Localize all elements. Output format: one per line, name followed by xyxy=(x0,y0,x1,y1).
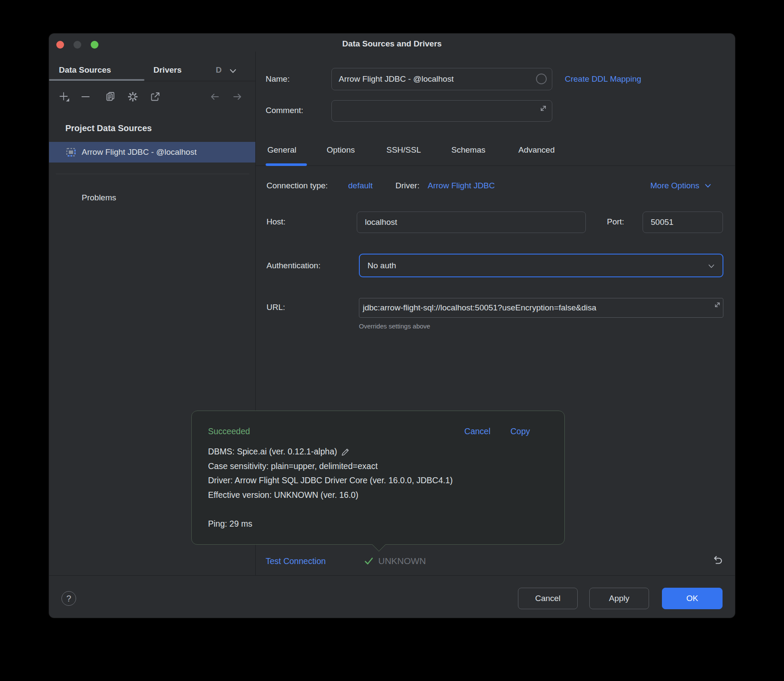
tab-overflow-truncated[interactable]: D xyxy=(216,61,222,79)
tab-data-sources[interactable]: Data Sources xyxy=(59,61,111,79)
back-arrow-icon[interactable] xyxy=(209,91,220,102)
popup-line-driver: Driver: Arrow Flight SQL JDBC Driver Cor… xyxy=(208,473,552,488)
url-hint-text: Overrides settings above xyxy=(359,319,430,333)
tab-options[interactable]: Options xyxy=(327,141,355,160)
popup-status-title: Succeeded xyxy=(208,422,250,441)
help-button[interactable]: ? xyxy=(61,591,76,606)
name-input[interactable]: Arrow Flight JDBC - @localhost xyxy=(331,68,552,90)
name-label: Name: xyxy=(266,70,290,89)
url-value: jdbc:arrow-flight-sql://localhost:50051?… xyxy=(363,303,596,313)
duplicate-icon[interactable] xyxy=(105,91,116,102)
popup-line-effective-version: Effective version: UNKNOWN (ver. 16.0) xyxy=(208,488,552,503)
popup-cancel-link[interactable]: Cancel xyxy=(464,422,490,441)
success-checkmark-icon xyxy=(363,555,374,567)
url-label: URL: xyxy=(266,298,285,317)
popup-line-dbms: DBMS: Spice.ai (ver. 0.12.1-alpha) xyxy=(208,445,552,459)
create-ddl-mapping-link[interactable]: Create DDL Mapping xyxy=(565,70,641,89)
data-sources-dialog: Data Sources and Drivers Data Sources Dr… xyxy=(49,34,735,618)
url-expand-icon[interactable] xyxy=(713,300,722,310)
sidebar-item-problems[interactable]: Problems xyxy=(82,188,116,207)
host-label: Host: xyxy=(266,212,285,231)
add-data-source-button[interactable] xyxy=(58,91,70,102)
test-connection-result-popup: Succeeded Cancel Copy DBMS: Spice.ai (ve… xyxy=(191,411,565,545)
window-title: Data Sources and Drivers xyxy=(49,39,735,49)
connection-status-text: UNKNOWN xyxy=(378,552,426,571)
port-input[interactable]: 50051 xyxy=(643,212,723,233)
authentication-value: No auth xyxy=(368,261,396,270)
authentication-chevron-icon xyxy=(706,261,717,271)
cancel-button[interactable]: Cancel xyxy=(518,588,578,609)
port-label: Port: xyxy=(607,212,624,231)
popup-line-ping: Ping: 29 ms xyxy=(208,517,552,531)
host-value: localhost xyxy=(365,218,397,227)
popup-copy-link[interactable]: Copy xyxy=(510,422,530,441)
connection-type-value-link[interactable]: default xyxy=(348,176,373,195)
settings-gear-icon[interactable] xyxy=(127,91,138,102)
name-refresh-spinner-icon xyxy=(536,74,547,84)
project-data-sources-header: Project Data Sources xyxy=(65,119,152,138)
tab-general[interactable]: General xyxy=(267,141,297,160)
sidebar-divider xyxy=(56,174,249,174)
port-value: 50051 xyxy=(651,218,674,227)
rollback-icon[interactable] xyxy=(711,555,724,568)
data-source-list-item-selected[interactable]: Arrow Flight JDBC - @localhost xyxy=(49,142,255,163)
name-value: Arrow Flight JDBC - @localhost xyxy=(339,74,453,84)
tab-schemas[interactable]: Schemas xyxy=(451,141,485,160)
tab-advanced[interactable]: Advanced xyxy=(518,141,555,160)
data-source-item-label: Arrow Flight JDBC - @localhost xyxy=(82,142,196,163)
data-source-icon xyxy=(65,147,77,158)
apply-button[interactable]: Apply xyxy=(589,588,649,609)
test-connection-link[interactable]: Test Connection xyxy=(266,552,326,571)
tabs-overflow-chevron-icon[interactable] xyxy=(227,65,239,77)
comment-input[interactable] xyxy=(331,100,552,122)
forward-arrow-icon[interactable] xyxy=(232,91,243,102)
popup-tail xyxy=(372,537,386,552)
tab-drivers[interactable]: Drivers xyxy=(153,61,182,79)
ok-button[interactable]: OK xyxy=(662,588,723,609)
comment-expand-icon[interactable] xyxy=(538,103,548,114)
driver-label: Driver: xyxy=(395,176,420,195)
authentication-label: Authentication: xyxy=(266,256,321,275)
tab-ssh-ssl[interactable]: SSH/SSL xyxy=(386,141,421,160)
url-input[interactable]: jdbc:arrow-flight-sql://localhost:50051?… xyxy=(359,298,723,318)
more-options-link[interactable]: More Options xyxy=(650,176,713,195)
popup-line-case-sensitivity: Case sensitivity: plain=upper, delimited… xyxy=(208,459,552,474)
more-options-chevron-icon xyxy=(703,181,713,191)
comment-label: Comment: xyxy=(266,101,303,120)
driver-value-link[interactable]: Arrow Flight JDBC xyxy=(428,176,495,195)
remove-data-source-button[interactable] xyxy=(80,91,91,102)
active-tab-indicator xyxy=(266,163,307,166)
edit-pencil-icon[interactable] xyxy=(340,447,351,457)
host-input[interactable]: localhost xyxy=(357,212,586,233)
authentication-select[interactable]: No auth xyxy=(359,254,723,277)
connection-type-label: Connection type: xyxy=(266,176,328,195)
open-in-window-icon[interactable] xyxy=(150,91,161,102)
